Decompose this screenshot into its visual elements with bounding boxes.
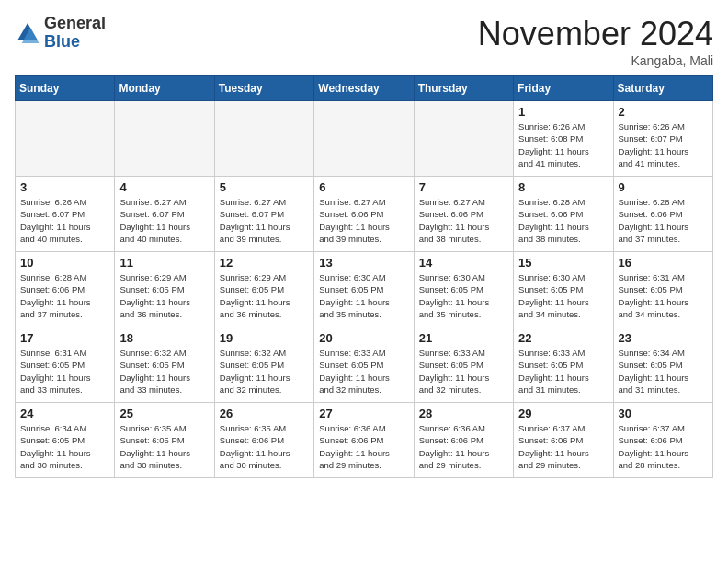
day-info: Sunrise: 6:35 AMSunset: 6:06 PMDaylight:… bbox=[220, 422, 309, 471]
month-title: November 2024 bbox=[478, 15, 713, 53]
calendar-cell: 25Sunrise: 6:35 AMSunset: 6:05 PMDayligh… bbox=[115, 403, 214, 478]
day-info: Sunrise: 6:30 AMSunset: 6:05 PMDaylight:… bbox=[319, 271, 408, 320]
day-number: 2 bbox=[619, 105, 708, 119]
day-number: 14 bbox=[419, 256, 508, 270]
calendar-cell: 18Sunrise: 6:32 AMSunset: 6:05 PMDayligh… bbox=[115, 327, 214, 403]
day-number: 10 bbox=[20, 256, 109, 270]
day-number: 15 bbox=[518, 256, 608, 270]
calendar-cell: 29Sunrise: 6:37 AMSunset: 6:06 PMDayligh… bbox=[514, 403, 613, 478]
day-number: 20 bbox=[319, 331, 408, 345]
day-number: 6 bbox=[319, 180, 408, 194]
logo-icon bbox=[15, 20, 40, 46]
calendar-cell bbox=[414, 101, 513, 177]
day-info: Sunrise: 6:26 AMSunset: 6:07 PMDaylight:… bbox=[619, 121, 708, 169]
weekday-header: Thursday bbox=[414, 76, 513, 101]
calendar-cell: 16Sunrise: 6:31 AMSunset: 6:05 PMDayligh… bbox=[613, 252, 712, 327]
day-number: 18 bbox=[119, 331, 209, 345]
weekday-header: Friday bbox=[514, 76, 613, 101]
day-number: 5 bbox=[220, 180, 309, 194]
week-row-5: 24Sunrise: 6:34 AMSunset: 6:05 PMDayligh… bbox=[16, 403, 713, 478]
day-number: 22 bbox=[518, 331, 608, 345]
day-number: 28 bbox=[419, 407, 508, 420]
calendar-cell: 27Sunrise: 6:36 AMSunset: 6:06 PMDayligh… bbox=[314, 403, 414, 478]
day-info: Sunrise: 6:31 AMSunset: 6:05 PMDaylight:… bbox=[619, 271, 708, 320]
calendar-cell: 12Sunrise: 6:29 AMSunset: 6:05 PMDayligh… bbox=[214, 252, 313, 327]
day-number: 23 bbox=[619, 331, 708, 345]
day-info: Sunrise: 6:28 AMSunset: 6:06 PMDaylight:… bbox=[619, 196, 708, 245]
day-info: Sunrise: 6:26 AMSunset: 6:08 PMDaylight:… bbox=[518, 121, 608, 169]
day-info: Sunrise: 6:36 AMSunset: 6:06 PMDaylight:… bbox=[319, 422, 408, 471]
calendar-cell: 13Sunrise: 6:30 AMSunset: 6:05 PMDayligh… bbox=[314, 252, 414, 327]
day-info: Sunrise: 6:28 AMSunset: 6:06 PMDaylight:… bbox=[518, 196, 608, 245]
day-number: 21 bbox=[419, 331, 508, 345]
day-number: 4 bbox=[119, 180, 209, 194]
day-info: Sunrise: 6:32 AMSunset: 6:05 PMDaylight:… bbox=[220, 347, 309, 396]
calendar-cell: 19Sunrise: 6:32 AMSunset: 6:05 PMDayligh… bbox=[214, 327, 313, 403]
day-info: Sunrise: 6:37 AMSunset: 6:06 PMDaylight:… bbox=[619, 422, 708, 471]
day-number: 27 bbox=[319, 407, 408, 420]
calendar-cell: 21Sunrise: 6:33 AMSunset: 6:05 PMDayligh… bbox=[414, 327, 513, 403]
day-number: 12 bbox=[220, 256, 309, 270]
day-info: Sunrise: 6:35 AMSunset: 6:05 PMDaylight:… bbox=[119, 422, 209, 471]
calendar-cell: 14Sunrise: 6:30 AMSunset: 6:05 PMDayligh… bbox=[414, 252, 513, 327]
calendar-cell bbox=[115, 101, 214, 177]
logo-general: General bbox=[44, 14, 106, 32]
calendar-cell bbox=[314, 101, 414, 177]
day-info: Sunrise: 6:27 AMSunset: 6:06 PMDaylight:… bbox=[319, 196, 408, 245]
day-info: Sunrise: 6:29 AMSunset: 6:05 PMDaylight:… bbox=[119, 271, 209, 320]
weekday-header: Tuesday bbox=[214, 76, 313, 101]
day-info: Sunrise: 6:28 AMSunset: 6:06 PMDaylight:… bbox=[20, 271, 109, 320]
calendar-cell: 3Sunrise: 6:26 AMSunset: 6:07 PMDaylight… bbox=[16, 177, 115, 252]
calendar-cell: 26Sunrise: 6:35 AMSunset: 6:06 PMDayligh… bbox=[214, 403, 313, 478]
day-info: Sunrise: 6:32 AMSunset: 6:05 PMDaylight:… bbox=[119, 347, 209, 396]
calendar-cell: 23Sunrise: 6:34 AMSunset: 6:05 PMDayligh… bbox=[613, 327, 712, 403]
weekday-header-row: SundayMondayTuesdayWednesdayThursdayFrid… bbox=[16, 76, 713, 101]
calendar-cell: 20Sunrise: 6:33 AMSunset: 6:05 PMDayligh… bbox=[314, 327, 414, 403]
day-number: 17 bbox=[20, 331, 109, 345]
weekday-header: Sunday bbox=[16, 76, 115, 101]
day-info: Sunrise: 6:27 AMSunset: 6:07 PMDaylight:… bbox=[220, 196, 309, 245]
day-info: Sunrise: 6:37 AMSunset: 6:06 PMDaylight:… bbox=[518, 422, 608, 471]
calendar-cell: 5Sunrise: 6:27 AMSunset: 6:07 PMDaylight… bbox=[214, 177, 313, 252]
day-info: Sunrise: 6:26 AMSunset: 6:07 PMDaylight:… bbox=[20, 196, 109, 245]
day-number: 16 bbox=[619, 256, 708, 270]
day-info: Sunrise: 6:36 AMSunset: 6:06 PMDaylight:… bbox=[419, 422, 508, 471]
calendar-cell: 8Sunrise: 6:28 AMSunset: 6:06 PMDaylight… bbox=[514, 177, 613, 252]
day-info: Sunrise: 6:34 AMSunset: 6:05 PMDaylight:… bbox=[619, 347, 708, 396]
day-number: 26 bbox=[220, 407, 309, 420]
calendar-table: SundayMondayTuesdayWednesdayThursdayFrid… bbox=[15, 75, 713, 478]
day-info: Sunrise: 6:27 AMSunset: 6:06 PMDaylight:… bbox=[419, 196, 508, 245]
calendar-cell: 17Sunrise: 6:31 AMSunset: 6:05 PMDayligh… bbox=[16, 327, 115, 403]
day-info: Sunrise: 6:27 AMSunset: 6:07 PMDaylight:… bbox=[119, 196, 209, 245]
day-info: Sunrise: 6:33 AMSunset: 6:05 PMDaylight:… bbox=[518, 347, 608, 396]
calendar-cell: 7Sunrise: 6:27 AMSunset: 6:06 PMDaylight… bbox=[414, 177, 513, 252]
day-number: 30 bbox=[619, 407, 708, 420]
calendar-cell: 9Sunrise: 6:28 AMSunset: 6:06 PMDaylight… bbox=[613, 177, 712, 252]
calendar-cell: 6Sunrise: 6:27 AMSunset: 6:06 PMDaylight… bbox=[314, 177, 414, 252]
day-number: 9 bbox=[619, 180, 708, 194]
day-number: 13 bbox=[319, 256, 408, 270]
week-row-4: 17Sunrise: 6:31 AMSunset: 6:05 PMDayligh… bbox=[16, 327, 713, 403]
calendar-cell: 11Sunrise: 6:29 AMSunset: 6:05 PMDayligh… bbox=[115, 252, 214, 327]
day-info: Sunrise: 6:30 AMSunset: 6:05 PMDaylight:… bbox=[518, 271, 608, 320]
calendar-cell: 2Sunrise: 6:26 AMSunset: 6:07 PMDaylight… bbox=[613, 101, 712, 177]
day-info: Sunrise: 6:34 AMSunset: 6:05 PMDaylight:… bbox=[20, 422, 109, 471]
weekday-header: Wednesday bbox=[314, 76, 414, 101]
calendar-cell: 1Sunrise: 6:26 AMSunset: 6:08 PMDaylight… bbox=[514, 101, 613, 177]
day-info: Sunrise: 6:31 AMSunset: 6:05 PMDaylight:… bbox=[20, 347, 109, 396]
day-number: 19 bbox=[220, 331, 309, 345]
day-info: Sunrise: 6:29 AMSunset: 6:05 PMDaylight:… bbox=[220, 271, 309, 320]
calendar-cell: 22Sunrise: 6:33 AMSunset: 6:05 PMDayligh… bbox=[514, 327, 613, 403]
logo-blue: Blue bbox=[44, 32, 80, 51]
calendar-cell bbox=[214, 101, 313, 177]
calendar-cell: 28Sunrise: 6:36 AMSunset: 6:06 PMDayligh… bbox=[414, 403, 513, 478]
calendar-cell: 10Sunrise: 6:28 AMSunset: 6:06 PMDayligh… bbox=[16, 252, 115, 327]
day-number: 3 bbox=[20, 180, 109, 194]
title-block: November 2024 Kangaba, Mali bbox=[478, 15, 713, 68]
day-info: Sunrise: 6:33 AMSunset: 6:05 PMDaylight:… bbox=[419, 347, 508, 396]
day-number: 8 bbox=[518, 180, 608, 194]
day-number: 29 bbox=[518, 407, 608, 420]
calendar-cell: 30Sunrise: 6:37 AMSunset: 6:06 PMDayligh… bbox=[613, 403, 712, 478]
weekday-header: Monday bbox=[115, 76, 214, 101]
calendar-cell bbox=[16, 101, 115, 177]
